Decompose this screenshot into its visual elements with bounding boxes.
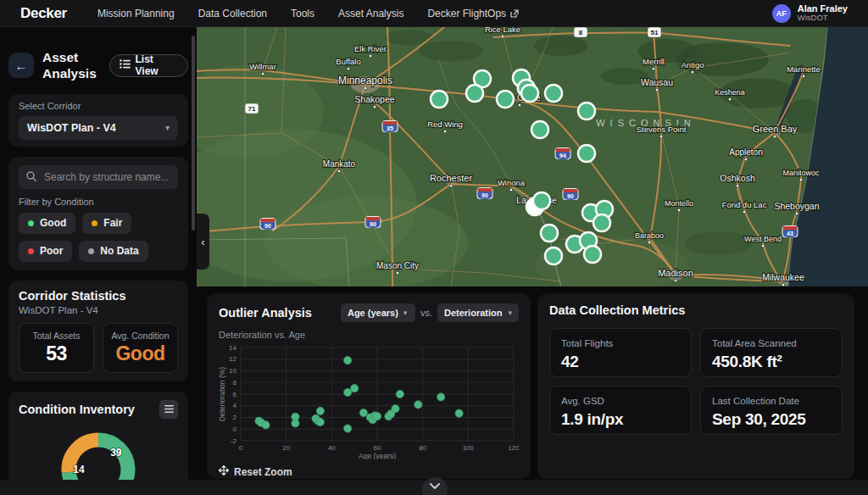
highway-shield: 35 [382,120,398,132]
nav-item-tools[interactable]: Tools [291,8,314,19]
map-marker[interactable] [545,85,562,102]
outlier-title: Outlier Analysis [219,306,312,320]
map-marker[interactable] [545,248,562,264]
inventory-menu-button[interactable] [159,400,178,419]
highway-shield: 71 [245,103,259,114]
outlier-panel: Outlier Analysis Age (years) ▾ vs. Deter… [207,293,531,479]
page-title: Asset Analysis [42,49,109,82]
city-label: Manitowoc [782,169,820,177]
y-axis-select[interactable]: Deterioration (% ▾ [437,303,519,322]
nav-item-asset-analysis[interactable]: Asset Analysis [338,8,403,19]
city-label: Sheboygan [774,201,819,211]
filter-by-condition-label: Filter by Condition [19,197,178,207]
map[interactable]: WISCONSIN WillmarElk RiverBuffaloMinneap… [197,27,868,286]
search-input[interactable] [42,170,170,184]
metric-cards: Total Flights42Total Area Scanned450.8K … [549,328,843,435]
city-label: Milwaukee [762,272,804,282]
scatter-point [316,418,324,425]
city-label: Buffalo [336,57,360,66]
highway-shield: 90 [477,187,493,199]
scatter-title: Deterioration vs. Age [219,330,519,340]
map-marker[interactable] [541,225,558,242]
metric-card-label: Avg. GSD [561,396,680,406]
svg-text:-2: -2 [231,437,237,445]
list-view-button[interactable]: List View [109,54,188,77]
svg-text:14: 14 [229,344,236,352]
nav-item-label: Decker FlightOps [427,8,506,19]
map-marker[interactable] [533,192,550,209]
filter-chip-label: Fair [103,217,122,229]
city-label: Red Wing [427,120,463,129]
svg-text:Deterioration (%): Deterioration (%) [219,367,226,421]
map-marker[interactable] [497,91,514,108]
city-label: Elk River [354,44,387,53]
scatter-point [344,388,352,396]
x-axis-select[interactable]: Age (years) ▾ [341,303,415,322]
stat-card-value: Good [108,342,172,365]
scatter-point [392,405,399,413]
city-label: Rochester [430,173,472,183]
city-label: Marinette [787,64,821,74]
stat-cards: Total Assets53Avg. ConditionGood [19,323,178,373]
donut-value-label: 39 [110,447,122,459]
map-marker[interactable] [466,85,483,102]
highway-shield: 90 [365,216,381,228]
city-label: Minneapolis [338,75,392,86]
chevron-down-icon: ▾ [508,309,512,317]
filter-chip-no-data[interactable]: No Data [79,241,147,262]
map-marker[interactable] [431,91,448,108]
sidebar-scrollbar[interactable] [192,36,195,231]
scatter-chart[interactable]: 020406080100120-202468101214Age (years)D… [219,342,519,459]
nav-item-mission-planning[interactable]: Mission Planning [97,8,175,19]
city-label: Madison [658,268,693,278]
nav-item-decker-flightops[interactable]: Decker FlightOps [427,8,519,19]
svg-text:120: 120 [508,444,519,452]
scatter-point [351,385,359,392]
metric-card: Avg. GSD1.9 in/px [549,386,692,435]
condition-dot [28,220,34,226]
city-label: Merrill [643,57,665,66]
reset-zoom-button[interactable]: Reset Zoom [219,465,519,478]
scatter-point [359,409,367,416]
filter-chip-poor[interactable]: Poor [19,241,72,262]
filter-chip-fair[interactable]: Fair [82,213,131,234]
svg-text:0: 0 [239,444,243,452]
svg-text:8: 8 [233,379,237,387]
svg-text:40: 40 [328,444,336,452]
city-label: Wausau [641,77,673,87]
chevron-down-icon: ▾ [403,309,408,317]
scatter-point [415,401,422,409]
filter-chip-label: No Data [100,245,138,257]
map-marker[interactable] [584,246,601,263]
svg-text:10: 10 [229,367,236,375]
scatter-point [344,357,352,364]
nav-item-data-collection[interactable]: Data Collection [198,8,267,19]
city-label: Oshkosh [720,173,755,183]
svg-text:90: 90 [567,193,574,199]
svg-text:0: 0 [233,425,237,433]
avatar[interactable]: AF [772,4,791,23]
svg-text:71: 71 [248,105,256,113]
map-marker[interactable] [578,145,595,162]
metric-card-label: Total Flights [561,338,680,348]
user-menu[interactable]: AF Alan Fraley WisDOT [772,3,848,24]
map-marker[interactable] [531,121,548,138]
brand-logo[interactable]: Decker [20,5,67,22]
stat-card-value: 53 [25,342,88,365]
condition-dot [28,248,34,254]
filter-panel: Filter by Condition GoodFairPoorNo Data [8,157,188,270]
filter-chip-good[interactable]: Good [19,213,75,234]
top-nav: Decker Mission PlanningData CollectionTo… [0,0,868,27]
list-icon [120,59,131,71]
map-marker[interactable] [593,214,610,231]
back-button[interactable]: ← [8,53,34,78]
stat-card-label: Total Assets [25,331,88,341]
search-box[interactable] [19,165,178,189]
map-marker[interactable] [578,103,595,120]
condition-dot [92,220,97,226]
map-marker[interactable] [521,85,538,102]
corridor-select[interactable]: WisDOT Plan - V4 ▾ [19,116,178,140]
svg-text:94: 94 [559,153,566,159]
scatter-point [316,407,324,414]
sidebar-collapse-tab[interactable]: ‹ [197,214,209,270]
